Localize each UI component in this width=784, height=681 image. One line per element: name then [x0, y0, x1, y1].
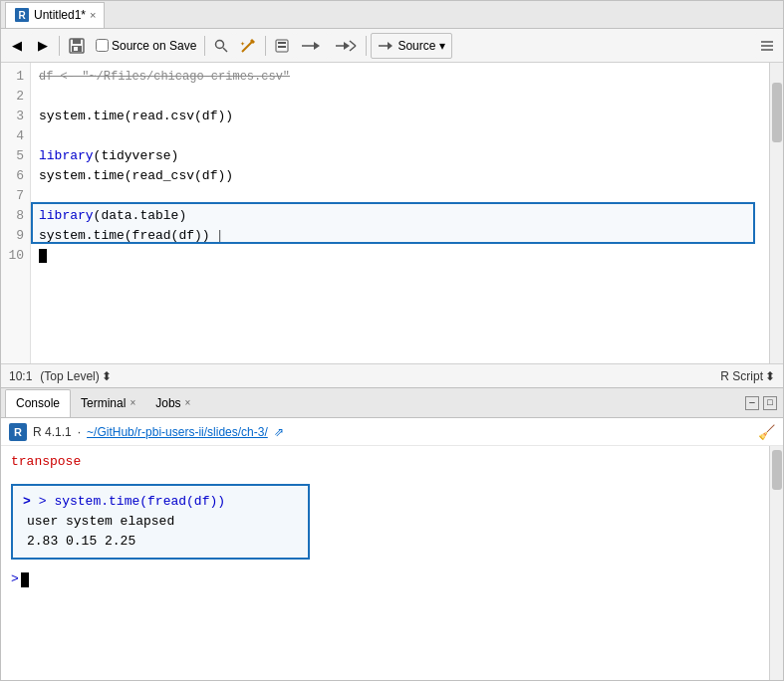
context-indicator[interactable]: (Top Level) ⬍: [40, 369, 111, 383]
console-command-box: > > system.time(fread(df)) user system e…: [11, 484, 310, 560]
code-editor[interactable]: df <- "~/Rfiles/chicago-crimes.csv" syst…: [31, 63, 769, 363]
svg-line-18: [350, 41, 356, 46]
console-scrollbar[interactable]: [769, 446, 783, 680]
svg-rect-5: [74, 47, 78, 51]
console-cursor: [21, 572, 29, 587]
r-file-icon: R: [14, 7, 30, 23]
context-arrow-icon: ⬍: [102, 369, 112, 383]
source-on-save-toggle[interactable]: Source on Save: [92, 37, 200, 55]
jobs-tab-label: Jobs: [155, 396, 180, 410]
forward-icon: ▶: [38, 38, 48, 53]
cursor-indicator: |: [216, 226, 224, 246]
svg-rect-13: [278, 46, 286, 48]
run-icon: [301, 38, 323, 54]
console-body: transpose > > system.time(fread(df)) use…: [1, 446, 783, 680]
svg-rect-3: [73, 39, 81, 44]
console-command-line: > > system.time(fread(df)): [23, 492, 298, 512]
code-line-3: system.time(read.csv(df)): [39, 107, 761, 126]
console-input-line[interactable]: >: [11, 569, 759, 589]
wand-icon: ✦: [240, 38, 256, 54]
forward-button[interactable]: ▶: [31, 33, 55, 59]
line8-library-kw: library: [39, 206, 94, 226]
format-icon: [275, 39, 289, 53]
editor-scrollbar-thumb[interactable]: [772, 83, 782, 142]
output-values-text: 2.83 0.15 2.25: [27, 534, 135, 549]
rerun-icon: [335, 38, 357, 54]
svg-line-19: [350, 46, 356, 51]
source-on-save-checkbox[interactable]: [96, 39, 109, 52]
code-line-4: [39, 126, 761, 146]
console-tab-jobs[interactable]: Jobs ×: [145, 389, 200, 417]
code-line-6: system.time(read_csv(df)): [39, 166, 761, 186]
cursor-position: 10:1: [9, 369, 32, 383]
console-tab-console[interactable]: Console: [5, 389, 71, 417]
tab-title: Untitled1*: [34, 8, 86, 22]
r-version-text: R 4.1.1: [33, 425, 72, 439]
line8-rest: (data.table): [94, 206, 187, 226]
format-button[interactable]: [270, 33, 294, 59]
working-dir-link-icon[interactable]: ⇗: [274, 425, 284, 439]
console-tab-bar: Console Terminal × Jobs × — □: [1, 388, 783, 418]
editor-toolbar: ◀ ▶ Source on Save: [1, 29, 783, 63]
console-output-header: user system elapsed: [23, 512, 298, 532]
console-minimize-button[interactable]: —: [745, 396, 759, 410]
source-label: Source: [397, 39, 435, 53]
script-type-indicator[interactable]: R Script ⬍: [720, 369, 775, 383]
back-button[interactable]: ◀: [5, 33, 29, 59]
svg-line-7: [223, 48, 227, 52]
svg-marker-21: [388, 42, 392, 50]
tab-close-button[interactable]: ×: [90, 9, 96, 21]
clear-console-button[interactable]: 🧹: [758, 424, 775, 440]
magic-wand-button[interactable]: ✦: [235, 33, 261, 59]
code-line-5: library(tidyverse): [39, 146, 761, 166]
context-text: (Top Level): [40, 369, 99, 383]
line1-text: df <- "~/Rfiles/chicago-crimes.csv": [39, 67, 290, 87]
line9-text: system.time(fread(df)): [39, 226, 210, 246]
source-button[interactable]: Source ▾: [371, 33, 452, 59]
code-area: 1 2 3 4 5 6 7 8 9 10 df <- "~/Rfiles/chi…: [1, 63, 783, 363]
editor-tab-bar: R Untitled1* ×: [1, 1, 783, 29]
terminal-close-icon[interactable]: ×: [130, 397, 135, 408]
code-line-10: [39, 246, 761, 266]
save-icon: [69, 38, 85, 54]
source-dropdown-icon[interactable]: ▾: [439, 39, 445, 53]
run-button[interactable]: [296, 33, 328, 59]
code-line-9: system.time(fread(df)) |: [39, 226, 761, 246]
svg-rect-12: [278, 42, 286, 44]
separator-3: [265, 36, 266, 56]
source-run-icon: [378, 39, 393, 53]
line5-library-kw: library: [39, 146, 94, 166]
editor-scrollbar[interactable]: [769, 63, 783, 363]
svg-point-6: [216, 40, 224, 48]
console-maximize-button[interactable]: □: [763, 396, 777, 410]
rerun-button[interactable]: [330, 33, 362, 59]
console-tab-label: Console: [16, 396, 60, 410]
search-button[interactable]: [209, 33, 233, 59]
transpose-label: transpose: [11, 454, 81, 469]
separator-dot: ·: [78, 425, 81, 439]
save-button[interactable]: [64, 33, 90, 59]
r-logo: R: [9, 423, 27, 441]
separator-1: [59, 36, 60, 56]
editor-tab-untitled1[interactable]: R Untitled1* ×: [5, 2, 105, 28]
console-info-bar: R R 4.1.1 · ~/GitHub/r-pbi-users-ii/slid…: [1, 418, 783, 446]
menu-button[interactable]: [755, 33, 779, 59]
svg-marker-17: [344, 42, 350, 50]
jobs-close-icon[interactable]: ×: [185, 397, 191, 408]
console-text-area[interactable]: transpose > > system.time(fread(df)) use…: [1, 446, 769, 680]
working-directory[interactable]: ~/GitHub/r-pbi-users-ii/slides/ch-3/: [87, 425, 268, 439]
line5-rest: (tidyverse): [94, 146, 179, 166]
source-on-save-label: Source on Save: [112, 39, 196, 53]
transpose-output: transpose: [11, 452, 759, 472]
separator-2: [204, 36, 205, 56]
code-line-2: [39, 87, 761, 107]
terminal-tab-label: Terminal: [81, 396, 126, 410]
console-scrollbar-thumb[interactable]: [772, 450, 782, 490]
console-panel: Console Terminal × Jobs × — □ R R 4.1.1 …: [0, 388, 784, 681]
console-tab-terminal[interactable]: Terminal ×: [71, 389, 145, 417]
hamburger-icon: [760, 39, 774, 53]
console-command-text: > system.time(fread(df)): [39, 492, 225, 512]
line-numbers: 1 2 3 4 5 6 7 8 9 10: [1, 63, 31, 363]
svg-text:✦: ✦: [240, 41, 245, 47]
output-header-text: user system elapsed: [27, 514, 174, 529]
